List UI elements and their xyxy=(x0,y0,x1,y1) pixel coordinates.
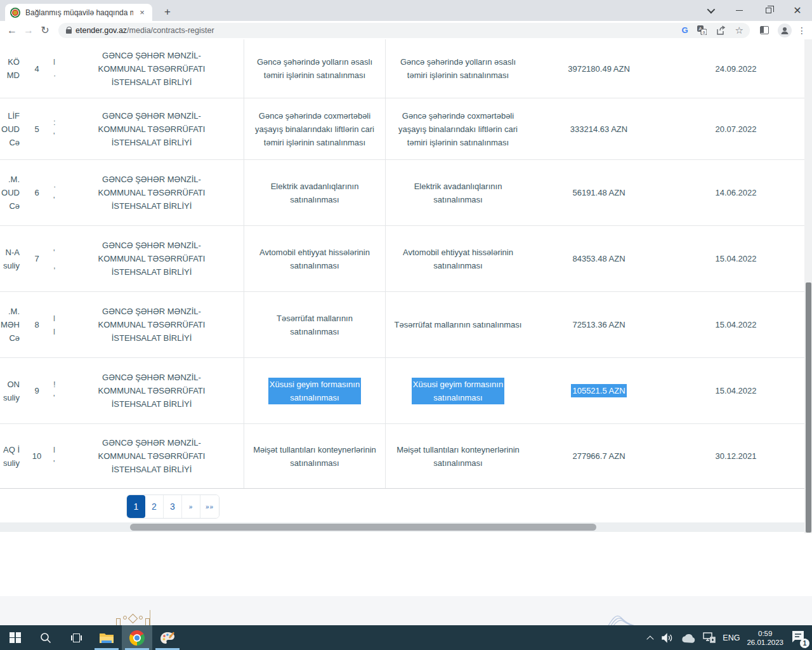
procurement-subject: Məişət tullantıları konteynerlərinin sat… xyxy=(244,424,386,488)
onedrive-cloud-icon[interactable] xyxy=(681,633,696,643)
contractor-fragment: N-A suliy xyxy=(0,226,20,291)
file-explorer-button[interactable] xyxy=(91,625,122,650)
network-icon[interactable] xyxy=(703,632,716,643)
google-icon[interactable]: G xyxy=(681,25,688,35)
contractor-fragment: LİF OUD Cə xyxy=(0,98,20,159)
table-row: .M. OUD Cə 6 · ' GƏNCƏ ŞƏHƏR MƏNZİL- KOM… xyxy=(0,160,804,226)
paint-button[interactable] xyxy=(152,625,183,650)
organization-name: GƏNCƏ ŞƏHƏR MƏNZİL- KOMMUNAL TƏSƏRRÜFATI… xyxy=(60,424,244,488)
page-footer xyxy=(0,596,812,625)
contractor-fragment: ON suliy xyxy=(0,358,20,423)
folder-icon xyxy=(99,632,114,644)
url-path: /media/contracts-register xyxy=(127,26,214,35)
volume-icon[interactable] xyxy=(661,632,674,644)
restore-button[interactable] xyxy=(754,0,783,21)
bookmark-star-icon[interactable]: ☆ xyxy=(735,25,743,36)
table-row: N-A suliy 7 ' , GƏNCƏ ŞƏHƏR MƏNZİL- KOMM… xyxy=(0,226,804,292)
browser-menu-icon[interactable]: ⋮ xyxy=(796,25,808,36)
contract-subject: Təsərrüfat mallarının satınalınması xyxy=(386,292,530,357)
clipped-column-fragment: l l xyxy=(53,292,60,357)
page-button-2[interactable]: 2 xyxy=(145,495,164,518)
vertical-scrollbar-thumb[interactable] xyxy=(806,282,811,533)
row-number: 8 xyxy=(20,292,53,357)
clipped-column-fragment: : ' xyxy=(53,98,60,159)
notification-center-button[interactable]: 1 xyxy=(790,630,807,646)
chrome-icon xyxy=(129,630,145,646)
taskbar: ENG 0:59 26.01.2023 1 xyxy=(0,625,812,650)
page-button-3[interactable]: 3 xyxy=(164,495,182,518)
table-row: KÖ MD 4 l · GƏNCƏ ŞƏHƏR MƏNZİL- KOMMUNAL… xyxy=(0,39,804,98)
profile-avatar[interactable] xyxy=(778,23,792,37)
organization-name: GƏNCƏ ŞƏHƏR MƏNZİL- KOMMUNAL TƏSƏRRÜFATI… xyxy=(60,226,244,291)
page-button-1[interactable]: 1 xyxy=(127,495,145,518)
share-icon[interactable] xyxy=(716,25,726,36)
clipped-column-fragment: ! ' xyxy=(53,358,60,423)
contractor-fragment: KÖ MD xyxy=(0,39,20,98)
side-panel-icon[interactable] xyxy=(760,26,769,34)
start-button[interactable] xyxy=(0,625,30,650)
window-controls: ✕ xyxy=(695,0,812,21)
translate-icon[interactable]: Aa xyxy=(697,25,707,36)
clipped-column-fragment: l ' xyxy=(53,424,60,488)
hidden-icons-chevron-icon[interactable] xyxy=(647,635,654,642)
close-button[interactable]: ✕ xyxy=(783,0,812,21)
table-row: ON suliy 9 ! ' GƏNCƏ ŞƏHƏR MƏNZİL- KOMMU… xyxy=(0,358,804,424)
tab-close-icon[interactable]: × xyxy=(137,8,147,17)
reload-icon[interactable]: ↻ xyxy=(37,24,53,36)
procurement-subject: Elektrik avadanlıqlarının satınalınması xyxy=(244,160,386,225)
contract-subject: Elektrik avadanlıqlarının satınalınması xyxy=(386,160,530,225)
language-indicator[interactable]: ENG xyxy=(723,633,740,642)
task-view-icon xyxy=(71,633,82,642)
vertical-scrollbar[interactable] xyxy=(804,39,812,533)
contract-date: 20.07.2022 xyxy=(667,98,804,159)
horizontal-scrollbar[interactable] xyxy=(0,522,812,532)
minimize-button[interactable] xyxy=(724,0,754,21)
table-row: .M. MƏH Cə 8 l l GƏNCƏ ŞƏHƏR MƏNZİL- KOM… xyxy=(0,292,804,358)
task-view-button[interactable] xyxy=(61,625,91,650)
contract-subject: Gəncə şəhərində yolların əsaslı təmiri i… xyxy=(386,39,530,98)
page-last-icon[interactable]: »» xyxy=(200,495,219,518)
notification-badge: 1 xyxy=(800,639,809,648)
new-tab-button[interactable]: + xyxy=(160,5,175,20)
footer-divider xyxy=(150,610,150,625)
browser-tab[interactable]: Bağlanmış müqavilə haqqında mə × xyxy=(5,4,152,21)
tab-title: Bağlanmış müqavilə haqqında mə xyxy=(25,8,133,17)
row-number: 4 xyxy=(20,39,53,98)
page-next-icon[interactable]: » xyxy=(182,495,200,518)
back-icon[interactable]: ← xyxy=(4,25,20,36)
row-number: 6 xyxy=(20,160,53,225)
row-number: 7 xyxy=(20,226,53,291)
address-bar[interactable]: etender.gov.az/media/contracts-register … xyxy=(58,23,750,38)
contract-date: 15.04.2022 xyxy=(667,226,804,291)
procurement-subject: Gəncə şəhərində yolların əsaslı təmiri i… xyxy=(244,39,386,98)
contract-subject: Məişət tullantıları konteynerlərinin sat… xyxy=(386,424,530,488)
clock-time: 0:59 xyxy=(758,630,772,637)
organization-name: GƏNCƏ ŞƏHƏR MƏNZİL- KOMMUNAL TƏSƏRRÜFATI… xyxy=(60,358,244,423)
system-tray: ENG 0:59 26.01.2023 1 xyxy=(649,625,812,650)
browser-toolbar: ← → ↻ etender.gov.az/media/contracts-reg… xyxy=(0,21,812,39)
lock-icon[interactable] xyxy=(66,29,72,34)
procurement-subject: Xüsusi geyim formasının satınalınması xyxy=(244,358,386,423)
footer-emblem-logo xyxy=(116,614,150,625)
contract-amount: 105521.5 AZN xyxy=(530,358,667,423)
chrome-taskbar-button[interactable] xyxy=(122,625,152,650)
pagination: 1 2 3 » »» xyxy=(126,494,219,519)
organization-name: GƏNCƏ ŞƏHƏR MƏNZİL- KOMMUNAL TƏSƏRRÜFATI… xyxy=(60,98,244,159)
contract-date: 15.04.2022 xyxy=(667,292,804,357)
organization-name: GƏNCƏ ŞƏHƏR MƏNZİL- KOMMUNAL TƏSƏRRÜFATI… xyxy=(60,160,244,225)
table-row: AQ İ suliy 10 l ' GƏNCƏ ŞƏHƏR MƏNZİL- KO… xyxy=(0,424,804,489)
site-favicon xyxy=(10,8,20,18)
screen: Bağlanmış müqavilə haqqında mə × + ✕ ← →… xyxy=(0,0,812,650)
page-content: KÖ MD 4 l · GƏNCƏ ŞƏHƏR MƏNZİL- KOMMUNAL… xyxy=(0,39,812,625)
tab-search-icon[interactable] xyxy=(695,0,724,21)
organization-name: GƏNCƏ ŞƏHƏR MƏNZİL- KOMMUNAL TƏSƏRRÜFATI… xyxy=(60,292,244,357)
clock-date: 26.01.2023 xyxy=(747,639,783,646)
contract-amount: 56191.48 AZN xyxy=(530,160,667,225)
contract-subject: Gəncə şəhərində coxmərtəbəli yaşayış bin… xyxy=(386,98,530,159)
contract-amount: 72513.36 AZN xyxy=(530,292,667,357)
search-icon xyxy=(39,632,52,644)
taskbar-clock[interactable]: 0:59 26.01.2023 xyxy=(747,629,783,647)
horizontal-scrollbar-thumb[interactable] xyxy=(130,524,596,531)
contractor-fragment: AQ İ suliy xyxy=(0,424,20,488)
taskbar-search-button[interactable] xyxy=(30,625,61,650)
